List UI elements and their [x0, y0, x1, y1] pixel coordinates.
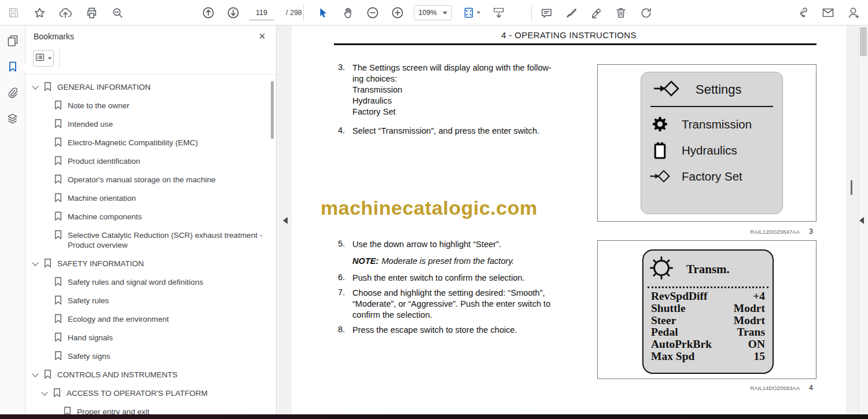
setting-label: Pedal: [651, 326, 678, 339]
arrow-up-circle-icon: [201, 6, 215, 20]
figure-caption: RAIL12DOZ0647AA3: [597, 226, 813, 236]
step-5: 5.Use the down arrow to highlight “Steer…: [338, 239, 576, 250]
select-tool-button[interactable]: [314, 4, 332, 21]
panel-scrollbar-thumb[interactable]: [271, 81, 274, 139]
fountain-pen-icon: [590, 6, 603, 20]
chevron-down-icon[interactable]: [32, 370, 38, 377]
bookmark-item[interactable]: Safety rules and signal word definitions: [25, 273, 269, 291]
zoom-in-button[interactable]: [389, 4, 406, 21]
bookmark-icon: [43, 258, 52, 268]
collapse-toolbar-button[interactable]: [490, 4, 507, 21]
rotate-button[interactable]: [637, 4, 654, 21]
hand-tool-button[interactable]: [339, 4, 356, 21]
bookmark-item[interactable]: Note to the owner: [25, 96, 269, 115]
bookmark-options-button[interactable]: [33, 50, 54, 67]
bookmark-item[interactable]: Operator's manual storage on the machine: [25, 170, 269, 189]
settings-title: Settings: [696, 82, 742, 97]
step-number: 6.: [338, 273, 352, 284]
thumbnails-tab[interactable]: [4, 33, 21, 50]
fit-page-icon: [462, 6, 475, 19]
close-panel-button[interactable]: ✕: [255, 30, 269, 43]
bookmark-icon: [43, 369, 52, 379]
save-button[interactable]: [5, 4, 22, 21]
page-number-input[interactable]: 119: [249, 6, 274, 20]
page-total-label: / 298: [286, 9, 302, 17]
bookmark-item[interactable]: Hand signals: [25, 328, 269, 347]
bookmark-item[interactable]: Machine orientation: [25, 189, 269, 207]
bookmark-item[interactable]: Intended use: [25, 115, 269, 133]
menu-item-transmission: Transmission: [641, 111, 782, 137]
setting-row: SteerModrt: [651, 315, 765, 327]
bookmark-item[interactable]: Ecology and the environment: [25, 310, 269, 328]
transmission-display: Transm. RevSpdDiff+4 ShuttleModrt SteerM…: [642, 249, 774, 374]
step-number: 7.: [338, 288, 352, 321]
bookmark-item[interactable]: Selective Catalytic Reduction (SCR) exha…: [25, 226, 277, 254]
layers-tab[interactable]: [4, 111, 21, 128]
step-text: Use the down arrow to highlight “Steer”.: [352, 239, 576, 250]
bookmark-item[interactable]: Machine components: [25, 207, 269, 226]
print-button[interactable]: [83, 4, 100, 21]
setting-row: Max Spd15: [651, 351, 765, 363]
bookmark-section[interactable]: CONTROLS AND INSTRUMENTS: [25, 365, 269, 384]
step-7: 7.Choose and highlight the setting desir…: [338, 288, 576, 321]
zoom-level-select[interactable]: 109%: [414, 5, 452, 20]
bookmark-item[interactable]: Safety rules: [25, 291, 269, 310]
bookmark-item[interactable]: Electro-Magnetic Compatibility (EMC): [25, 133, 269, 152]
chevron-down-icon: [477, 12, 480, 14]
bookmark-label: Product identification: [68, 156, 140, 166]
delete-button[interactable]: [612, 4, 630, 21]
attachments-tab[interactable]: [4, 85, 21, 102]
highlight-button[interactable]: [562, 4, 580, 21]
chevron-down-icon[interactable]: [32, 259, 38, 266]
menu-item-factory-set: Factory Set: [641, 163, 782, 189]
list-view-icon: [35, 53, 45, 64]
step-number: 5.: [338, 239, 352, 250]
bookmark-label: Machine orientation: [68, 193, 136, 203]
page-up-button[interactable]: [200, 4, 217, 21]
bookmark-icon: [54, 156, 62, 166]
collapse-right-arrow-icon[interactable]: [859, 217, 864, 224]
email-button[interactable]: [819, 4, 837, 21]
fit-page-button[interactable]: [459, 4, 483, 21]
bookmark-icon: [54, 314, 62, 324]
bookmark-item[interactable]: Safety signs: [25, 347, 269, 365]
chevron-down-icon[interactable]: [32, 83, 38, 89]
comment-button[interactable]: [538, 4, 555, 21]
menu-item-label: Factory Set: [682, 170, 742, 183]
collapse-panel-arrow-icon[interactable]: [283, 217, 288, 224]
step-6: 6.Push the enter switch to confirm the s…: [338, 273, 576, 284]
save-icon: [7, 6, 20, 19]
page-down-button[interactable]: [225, 4, 242, 21]
bookmark-item[interactable]: Proper entry and exit: [25, 402, 269, 414]
envelope-icon: [821, 6, 835, 20]
menu-item-label: Transmission: [682, 117, 752, 131]
bookmark-section[interactable]: SAFETY INFORMATION: [25, 254, 269, 273]
setting-value: Trans: [737, 326, 765, 339]
add-user-button[interactable]: [845, 4, 862, 21]
cursor-icon: [317, 6, 329, 19]
search-zoom-button[interactable]: [109, 4, 126, 21]
bookmark-section[interactable]: ACCESS TO OPERATOR'S PLATFORM: [25, 384, 269, 402]
scrollbar-thumb[interactable]: [860, 27, 867, 56]
share-upload-button[interactable]: [57, 4, 74, 21]
active-panel-pointer: [21, 63, 26, 71]
panel-title: Bookmarks: [34, 32, 74, 41]
enter-diamond-icon: [653, 79, 679, 100]
setting-value: Modrt: [734, 303, 765, 315]
zoom-out-button[interactable]: [364, 4, 381, 21]
chevron-down-icon[interactable]: [41, 389, 47, 395]
bookmarks-tab[interactable]: [4, 59, 21, 76]
favorite-button[interactable]: [31, 4, 48, 21]
bookmark-label: Proper entry and exit: [77, 406, 149, 414]
settings-display: Settings Transmission Hydraulics: [641, 72, 783, 214]
bookmark-icon: [54, 211, 62, 221]
figure-settings-screen: Settings Transmission Hydraulics: [597, 64, 816, 222]
bookmark-item[interactable]: Product identification: [25, 152, 269, 170]
menu-divider: [650, 106, 773, 107]
plus-circle-icon: [391, 6, 404, 20]
bookmark-label: Operator's manual storage on the machine: [68, 174, 215, 185]
bookmark-section[interactable]: GENERAL INFORMATION: [25, 78, 269, 96]
signature-button[interactable]: [587, 4, 605, 21]
share-link-button[interactable]: [794, 4, 811, 21]
note-text: Moderate is preset from the factory.: [381, 256, 514, 266]
